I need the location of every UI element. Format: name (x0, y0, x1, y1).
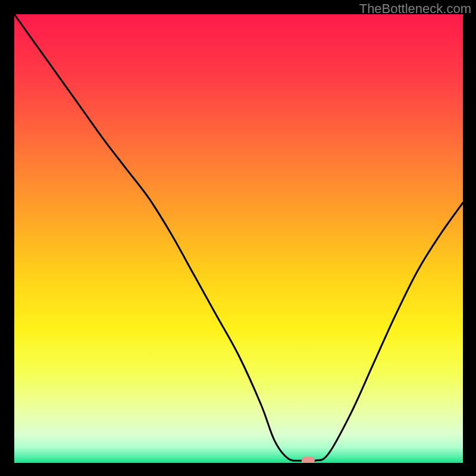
gradient-background (14, 14, 463, 463)
chart-area (14, 14, 463, 463)
bottleneck-chart (14, 14, 463, 463)
optimum-marker (302, 457, 315, 463)
watermark-label: TheBottleneck.com (359, 1, 471, 17)
